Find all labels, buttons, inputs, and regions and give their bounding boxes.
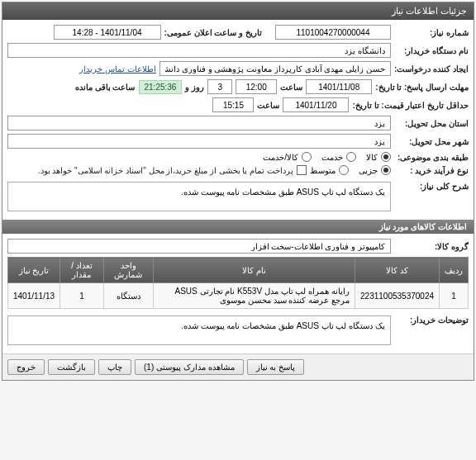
need-number-label: شماره نیاز: — [394, 28, 469, 37]
row-city: شهر محل تحویل: — [7, 134, 469, 149]
announce-input[interactable] — [54, 25, 161, 40]
radio-credit[interactable]: متوسط — [310, 165, 349, 175]
summary-label: شرح کلی نیاز: — [394, 182, 469, 191]
buyer-desc-text: یک دستگاه لپ تاپ ASUS طبق مشخصات نامه پی… — [181, 321, 385, 330]
summary-box: یک دستگاه لپ تاپ ASUS طبق مشخصات نامه پی… — [7, 182, 391, 211]
deadline-time-input[interactable] — [236, 79, 277, 94]
attachments-button[interactable]: مشاهده مدارک پیوستی (1) — [135, 359, 244, 375]
radio-kalakhedmat-label: کالا/خدمت — [263, 153, 298, 162]
td-date: 1401/11/13 — [8, 283, 60, 309]
deadline-label: مهلت ارسال پاسخ: تا تاریخ: — [375, 83, 469, 92]
button-row: پاسخ به نیاز مشاهده مدارک پیوستی (1) چاپ… — [2, 353, 474, 380]
row-validity: حداقل تاریخ اعتبار قیمت: تا تاریخ: ساعت — [7, 97, 469, 112]
announce-label: تاریخ و ساعت اعلان عمومی: — [164, 28, 262, 37]
td-unit: دستگاه — [103, 283, 153, 309]
time-label-2: ساعت — [257, 101, 279, 110]
table-header-row: ردیف کد کالا نام کالا واحد شمارش تعداد /… — [8, 258, 469, 283]
valid-date-input[interactable] — [283, 97, 349, 112]
contact-link[interactable]: اطلاعات تماس خریدار — [79, 64, 156, 74]
exec-loc-input[interactable] — [7, 116, 391, 130]
valid-label: حداقل تاریخ اعتبار قیمت: تا تاریخ: — [352, 101, 469, 110]
remaining-time: 21:25:36 — [139, 80, 183, 94]
panel-title: جزئیات اطلاعات نیاز — [392, 6, 467, 16]
summary-text: یک دستگاه لپ تاپ ASUS طبق مشخصات نامه پی… — [181, 187, 385, 197]
buy-type-label: نوع فرآیند خرید : — [394, 166, 469, 175]
buy-type-radio-group: جزیی متوسط — [310, 165, 391, 175]
days-count-input[interactable] — [207, 79, 232, 94]
radio-kalakhedmat[interactable]: کالا/خدمت — [263, 152, 312, 162]
table-row[interactable]: 1 2231100535370024 رایانه همراه لپ تاپ م… — [8, 283, 469, 309]
td-code: 2231100535370024 — [355, 283, 440, 309]
row-deadline: مهلت ارسال پاسخ: تا تاریخ: ساعت روز و 21… — [7, 79, 469, 94]
radio-kala-label: کالا — [366, 153, 378, 162]
th-code: کد کالا — [355, 258, 440, 283]
payment-note: پرداخت تمام یا بخشی از مبلغ خرید،از محل … — [38, 166, 293, 175]
group-input[interactable] — [7, 239, 391, 254]
buyer-desc-box: یک دستگاه لپ تاپ ASUS طبق مشخصات نامه پی… — [7, 315, 391, 345]
radio-khedmat-label: خدمت — [321, 153, 343, 162]
org-label: نام دستگاه خریدار: — [394, 46, 469, 55]
row-org: نام دستگاه خریدار: — [7, 43, 469, 58]
city-label: شهر محل تحویل: — [394, 137, 469, 146]
radio-khedmat[interactable]: خدمت — [321, 152, 356, 162]
radio-credit-circle — [339, 165, 349, 175]
exit-button[interactable]: خروج — [7, 359, 45, 375]
row-creator: ایجاد کننده درخواست: اطلاعات تماس خریدار — [7, 61, 469, 76]
radio-credit-label: متوسط — [310, 166, 336, 175]
radio-kala-circle — [381, 152, 391, 162]
radio-kala[interactable]: کالا — [366, 152, 391, 162]
group-label: گروه کالا: — [394, 242, 469, 251]
print-button[interactable]: چاپ — [98, 359, 131, 375]
respond-button[interactable]: پاسخ به نیاز — [247, 359, 305, 375]
th-row: ردیف — [440, 258, 469, 283]
th-date: تاریخ نیاز — [8, 258, 60, 283]
main-panel: جزئیات اطلاعات نیاز شماره نیاز: تاریخ و … — [2, 2, 474, 381]
th-qty: تعداد / مقدار — [60, 258, 104, 283]
row-buy-type: نوع فرآیند خرید : جزیی متوسط پرداخت تمام… — [7, 165, 469, 175]
category-label: طبقه بندی موضوعی: — [394, 153, 469, 162]
items-body: گروه کالا: ردیف کد کالا نام کالا واحد شم… — [2, 234, 474, 353]
panel-body: شماره نیاز: تاریخ و ساعت اعلان عمومی: نا… — [2, 20, 474, 220]
back-button[interactable]: بازگشت — [48, 359, 95, 375]
row-exec-loc: استان محل تحویل: — [7, 116, 469, 130]
td-name: رایانه همراه لپ تاپ مدل K553V نام تجارتی… — [153, 283, 355, 309]
time-label-1: ساعت — [280, 83, 302, 92]
radio-cash-label: جزیی — [359, 166, 378, 175]
th-unit: واحد شمارش — [103, 258, 153, 283]
row-buyer-desc: توضیحات خریدار: یک دستگاه لپ تاپ ASUS طب… — [7, 315, 469, 345]
creator-input[interactable] — [159, 61, 391, 76]
items-table: ردیف کد کالا نام کالا واحد شمارش تعداد /… — [7, 257, 469, 309]
deadline-date-input[interactable] — [306, 79, 372, 94]
need-number-input[interactable] — [275, 25, 391, 40]
panel-header: جزئیات اطلاعات نیاز — [2, 2, 474, 20]
radio-khedmat-circle — [346, 152, 356, 162]
city-input[interactable] — [7, 134, 391, 149]
category-radio-group: کالا خدمت کالا/خدمت — [263, 152, 391, 162]
radio-kalakhedmat-circle — [302, 152, 312, 162]
td-qty: 1 — [60, 283, 104, 309]
radio-cash[interactable]: جزیی — [359, 165, 391, 175]
valid-time-input[interactable] — [212, 97, 254, 112]
creator-label: ایجاد کننده درخواست: — [394, 64, 469, 74]
row-group: گروه کالا: — [7, 239, 469, 254]
row-summary: شرح کلی نیاز: یک دستگاه لپ تاپ ASUS طبق … — [7, 182, 469, 211]
radio-cash-circle — [381, 165, 391, 175]
exec-loc-label: استان محل تحویل: — [394, 119, 469, 128]
days-label: روز و — [185, 83, 204, 92]
items-section-title: اطلاعات کالاهای مورد نیاز — [2, 220, 474, 234]
payment-checkbox[interactable] — [297, 165, 307, 175]
remain-label: ساعت باقی مانده — [75, 83, 136, 92]
td-row: 1 — [440, 283, 469, 309]
row-category: طبقه بندی موضوعی: کالا خدمت کالا/خدمت — [7, 152, 469, 162]
org-input[interactable] — [7, 43, 391, 58]
buyer-desc-label: توضیحات خریدار: — [394, 315, 469, 325]
row-need-number: شماره نیاز: تاریخ و ساعت اعلان عمومی: — [7, 25, 469, 40]
th-name: نام کالا — [153, 258, 355, 283]
